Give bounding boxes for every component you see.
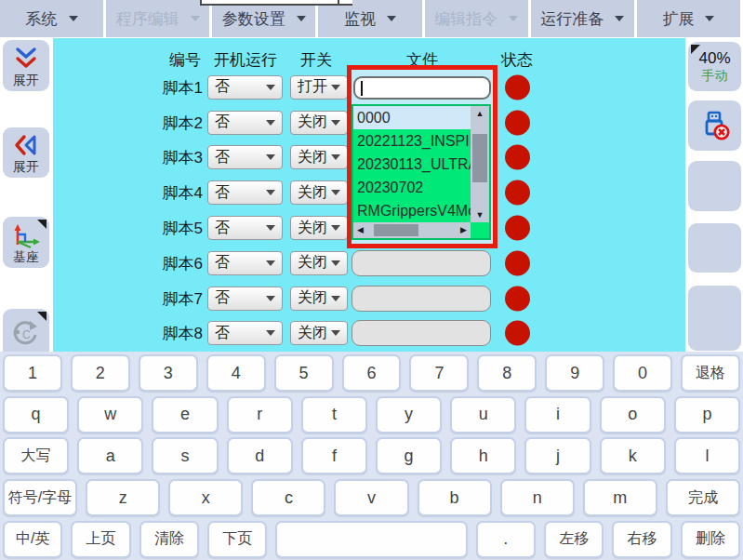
- file-field[interactable]: [352, 320, 491, 346]
- expand-left-button[interactable]: 展开: [3, 127, 49, 178]
- file-option[interactable]: RMGrippersV4Mo: [353, 199, 471, 222]
- menu-item[interactable]: 编辑指令: [425, 0, 531, 37]
- key[interactable]: n: [500, 479, 575, 516]
- blank-button[interactable]: [688, 286, 741, 351]
- switch-select[interactable]: 关闭: [290, 321, 348, 345]
- boot-run-select[interactable]: 否: [207, 180, 283, 205]
- blank-button[interactable]: [688, 223, 741, 273]
- key[interactable]: p: [674, 396, 740, 433]
- blank-button[interactable]: [688, 161, 741, 211]
- horizontal-scroll-thumb[interactable]: [374, 224, 418, 236]
- key[interactable]: 大写: [3, 437, 69, 474]
- boot-run-select[interactable]: 否: [207, 111, 283, 135]
- switch-select[interactable]: 打开: [290, 75, 348, 100]
- key[interactable]: j: [524, 437, 590, 474]
- switch-select[interactable]: 关闭: [290, 145, 348, 169]
- key[interactable]: z: [86, 479, 160, 516]
- expand-down-button[interactable]: 展开: [3, 40, 49, 91]
- menu-item[interactable]: 监视: [318, 0, 424, 37]
- usb-error-button[interactable]: [688, 100, 741, 151]
- key[interactable]: 上页: [71, 521, 130, 558]
- key[interactable]: o: [600, 396, 666, 433]
- boot-run-select[interactable]: 否: [207, 287, 283, 311]
- key[interactable]: g: [376, 437, 442, 474]
- key-label: o: [628, 405, 637, 424]
- key[interactable]: c: [251, 479, 325, 516]
- key[interactable]: 右移: [612, 521, 671, 558]
- chevron-down-icon: [266, 225, 275, 231]
- key[interactable]: f: [301, 437, 367, 474]
- key[interactable]: 7: [409, 354, 469, 392]
- key[interactable]: 9: [545, 354, 604, 392]
- key[interactable]: 4: [206, 354, 266, 392]
- usb-error-icon: [699, 112, 731, 140]
- switch-select[interactable]: 关闭: [290, 287, 348, 311]
- menu-item[interactable]: 程序编辑: [106, 0, 212, 37]
- key[interactable]: v: [334, 479, 408, 516]
- key[interactable]: a: [77, 437, 143, 474]
- key[interactable]: s: [152, 437, 218, 474]
- key[interactable]: 0: [613, 354, 672, 392]
- scroll-left-icon[interactable]: ◀: [357, 222, 364, 238]
- boot-run-select[interactable]: 否: [207, 216, 283, 240]
- key[interactable]: 退格: [681, 354, 740, 392]
- switch-select[interactable]: 关闭: [290, 251, 348, 275]
- key[interactable]: 2: [71, 354, 130, 392]
- boot-run-select[interactable]: 否: [207, 145, 283, 169]
- file-option[interactable]: 20230113_ULTRA: [353, 153, 471, 176]
- speed-mode-button[interactable]: 40% 手动: [688, 42, 741, 91]
- file-field[interactable]: [352, 250, 491, 276]
- key[interactable]: 删除: [681, 521, 740, 558]
- menu-item[interactable]: 参数设置: [212, 0, 318, 37]
- key[interactable]: 左移: [544, 521, 604, 558]
- key[interactable]: 中/英: [3, 521, 62, 558]
- key[interactable]: i: [524, 396, 590, 433]
- file-option[interactable]: 20230702: [353, 176, 471, 199]
- key[interactable]: 完成: [666, 479, 740, 516]
- key[interactable]: d: [227, 437, 293, 474]
- key[interactable]: 3: [139, 354, 198, 392]
- scroll-right-icon[interactable]: ▶: [460, 222, 467, 238]
- key[interactable]: 清除: [139, 521, 199, 558]
- key[interactable]: .: [476, 521, 536, 558]
- file-search-input[interactable]: [353, 76, 491, 100]
- key[interactable]: u: [450, 396, 516, 433]
- key[interactable]: [275, 521, 467, 558]
- key[interactable]: 符号/字母: [3, 479, 77, 516]
- key[interactable]: k: [600, 437, 666, 474]
- file-option[interactable]: 20221123_INSPIR: [353, 129, 471, 153]
- key[interactable]: 5: [274, 354, 334, 392]
- key[interactable]: l: [674, 437, 740, 474]
- key[interactable]: e: [152, 396, 218, 433]
- switch-select[interactable]: 关闭: [290, 180, 348, 205]
- file-option[interactable]: 0000: [353, 106, 471, 129]
- vertical-scrollbar[interactable]: ▲ ▼: [471, 106, 489, 222]
- scroll-down-icon[interactable]: ▼: [471, 208, 489, 221]
- boot-run-select[interactable]: 否: [207, 321, 283, 345]
- key[interactable]: h: [450, 437, 516, 474]
- scroll-up-icon[interactable]: ▲: [471, 107, 489, 120]
- menu-item[interactable]: 运行准备: [531, 0, 637, 37]
- switch-select[interactable]: 关闭: [290, 216, 348, 240]
- key[interactable]: w: [77, 396, 143, 433]
- key[interactable]: q: [3, 396, 69, 433]
- base-coordinate-button[interactable]: 基座: [3, 217, 49, 268]
- key[interactable]: 下页: [207, 521, 267, 558]
- key[interactable]: 1: [3, 354, 62, 392]
- key[interactable]: b: [418, 479, 492, 516]
- key[interactable]: y: [376, 396, 442, 433]
- key[interactable]: t: [301, 396, 367, 433]
- menu-item[interactable]: 扩展: [637, 0, 743, 37]
- vertical-scroll-thumb[interactable]: [472, 134, 487, 182]
- menu-item[interactable]: 系统: [0, 0, 106, 37]
- key[interactable]: x: [168, 479, 243, 516]
- horizontal-scrollbar[interactable]: ◀ ▶: [353, 222, 471, 238]
- key[interactable]: 8: [477, 354, 537, 392]
- key[interactable]: r: [227, 396, 293, 433]
- file-field[interactable]: [352, 286, 491, 312]
- boot-run-select[interactable]: 否: [207, 251, 283, 275]
- switch-select[interactable]: 关闭: [290, 111, 348, 135]
- boot-run-select[interactable]: 否: [207, 75, 283, 100]
- key[interactable]: m: [583, 479, 657, 516]
- key[interactable]: 6: [342, 354, 402, 392]
